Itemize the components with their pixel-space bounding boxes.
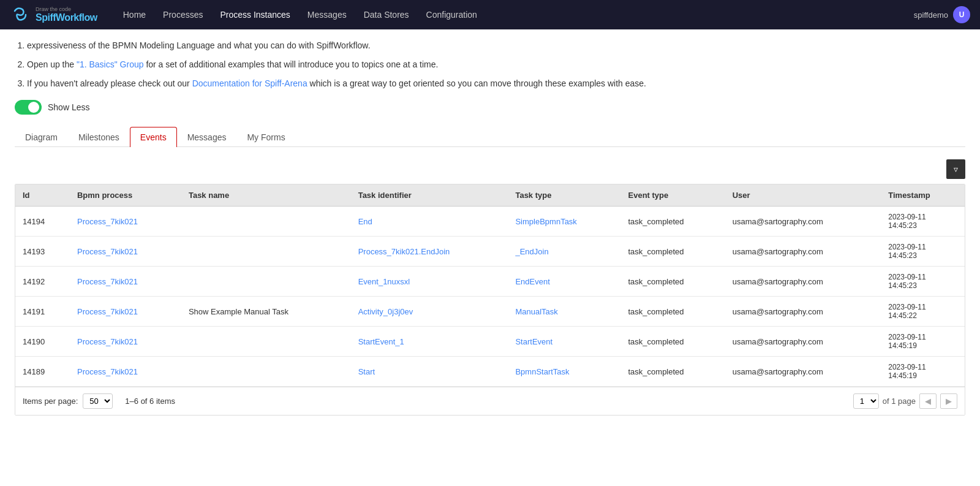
cell-timestamp[interactable]: 2023-09-11 14:45:23 (881, 267, 965, 297)
cell-id: 14194 (15, 207, 70, 237)
user-avatar[interactable]: U (953, 6, 970, 23)
cell-task-name (181, 237, 351, 267)
toggle-row: Show Less (15, 100, 965, 115)
cell-bpmn-process[interactable]: Process_7kik021 (70, 327, 181, 357)
nav-configuration[interactable]: Configuration (425, 7, 478, 22)
nav-right: spiffdemo U (914, 6, 970, 23)
cell-task-name (181, 267, 351, 297)
tab-messages[interactable]: Messages (177, 127, 237, 147)
filter-btn-container: ▿ (15, 159, 965, 179)
cell-timestamp[interactable]: 2023-09-11 14:45:22 (881, 297, 965, 327)
intro-list: expressiveness of the BPMN Modeling Lang… (15, 39, 965, 90)
cell-task-type[interactable]: _EndJoin (508, 237, 620, 267)
basics-group-link[interactable]: "1. Basics" Group (77, 59, 144, 69)
nav-messages[interactable]: Messages (306, 7, 348, 22)
cell-task-type[interactable]: EndEvent (508, 267, 620, 297)
col-task-name: Task name (181, 184, 351, 207)
cell-task-identifier[interactable]: Event_1nuxsxl (351, 267, 508, 297)
next-page-button[interactable]: ▶ (940, 393, 957, 409)
cell-timestamp[interactable]: 2023-09-11 14:45:19 (881, 327, 965, 357)
col-task-type: Task type (508, 184, 620, 207)
brand-name: SpiffWorkflow (36, 12, 97, 23)
col-timestamp: Timestamp (881, 184, 965, 207)
table-header: Id Bpmn process Task name Task identifie… (15, 184, 965, 207)
page-content: expressiveness of the BPMN Modeling Lang… (0, 29, 980, 425)
cell-task-name (181, 327, 351, 357)
intro-section: expressiveness of the BPMN Modeling Lang… (15, 39, 965, 90)
username: spiffdemo (914, 10, 948, 20)
cell-user: usama@sartography.com (725, 207, 881, 237)
cell-bpmn-process[interactable]: Process_7kik021 (70, 237, 181, 267)
filter-button[interactable]: ▿ (946, 159, 965, 179)
tab-diagram[interactable]: Diagram (15, 127, 68, 147)
items-per-page: Items per page: 50 25 10 (23, 393, 113, 409)
table-row: 14193Process_7kik021Process_7kik021.EndJ… (15, 237, 965, 267)
intro-item-3: If you haven't already please check out … (27, 77, 965, 90)
pagination-row: Items per page: 50 25 10 1–6 of 6 items … (15, 387, 965, 415)
items-count: 1–6 of 6 items (125, 397, 175, 406)
col-user: User (725, 184, 881, 207)
nav-process-instances[interactable]: Process Instances (219, 7, 291, 22)
table-row: 14191Process_7kik021Show Example Manual … (15, 297, 965, 327)
cell-id: 14192 (15, 267, 70, 297)
cell-timestamp[interactable]: 2023-09-11 14:45:19 (881, 357, 965, 387)
intro-item-2: Open up the "1. Basics" Group for a set … (27, 58, 965, 71)
cell-task-identifier[interactable]: Activity_0j3j0ev (351, 297, 508, 327)
tab-my-forms[interactable]: My Forms (236, 127, 295, 147)
nav-data-stores[interactable]: Data Stores (363, 7, 410, 22)
cell-user: usama@sartography.com (725, 237, 881, 267)
nav-links: Home Processes Process Instances Message… (122, 7, 478, 22)
cell-id: 14190 (15, 327, 70, 357)
cell-task-type[interactable]: ManualTask (508, 297, 620, 327)
cell-bpmn-process[interactable]: Process_7kik021 (70, 267, 181, 297)
prev-page-button[interactable]: ◀ (919, 393, 937, 409)
cell-task-identifier[interactable]: Process_7kik021.EndJoin (351, 237, 508, 267)
nav-home[interactable]: Home (122, 7, 147, 22)
cell-user: usama@sartography.com (725, 297, 881, 327)
navbar: Draw the code SpiffWorkflow Home Process… (0, 0, 980, 29)
col-task-identifier: Task identifier (351, 184, 508, 207)
cell-event-type: task_completed (621, 327, 725, 357)
cell-task-name (181, 357, 351, 387)
docs-link[interactable]: Documentation for Spiff-Arena (192, 78, 307, 88)
brand-text: Draw the code SpiffWorkflow (36, 6, 97, 23)
cell-bpmn-process[interactable]: Process_7kik021 (70, 207, 181, 237)
events-table-wrapper: Id Bpmn process Task name Task identifie… (15, 184, 965, 416)
page-number-select[interactable]: 1 (853, 393, 879, 409)
table-row: 14194Process_7kik021EndSimpleBpmnTasktas… (15, 207, 965, 237)
cell-user: usama@sartography.com (725, 327, 881, 357)
cell-task-identifier[interactable]: StartEvent_1 (351, 327, 508, 357)
cell-event-type: task_completed (621, 297, 725, 327)
events-table: Id Bpmn process Task name Task identifie… (15, 184, 965, 387)
table-row: 14190Process_7kik021StartEvent_1StartEve… (15, 327, 965, 357)
spiff-logo-icon (10, 4, 32, 26)
cell-task-name: Show Example Manual Task (181, 297, 351, 327)
tab-events[interactable]: Events (130, 127, 177, 147)
cell-bpmn-process[interactable]: Process_7kik021 (70, 297, 181, 327)
cell-task-type[interactable]: SimpleBpmnTask (508, 207, 620, 237)
cell-event-type: task_completed (621, 267, 725, 297)
cell-id: 14189 (15, 357, 70, 387)
tabs-row: Diagram Milestones Events Messages My Fo… (15, 127, 965, 147)
cell-user: usama@sartography.com (725, 357, 881, 387)
per-page-select[interactable]: 50 25 10 (83, 393, 113, 409)
draw-label: Draw the code (36, 6, 97, 12)
toggle-label: Show Less (48, 102, 89, 112)
table-body: 14194Process_7kik021EndSimpleBpmnTasktas… (15, 207, 965, 387)
cell-task-type[interactable]: StartEvent (508, 327, 620, 357)
cell-bpmn-process[interactable]: Process_7kik021 (70, 357, 181, 387)
cell-timestamp[interactable]: 2023-09-11 14:45:23 (881, 237, 965, 267)
tab-milestones[interactable]: Milestones (68, 127, 130, 147)
nav-processes[interactable]: Processes (162, 7, 204, 22)
cell-user: usama@sartography.com (725, 267, 881, 297)
cell-event-type: task_completed (621, 357, 725, 387)
cell-task-type[interactable]: BpmnStartTask (508, 357, 620, 387)
col-bpmn-process: Bpmn process (70, 184, 181, 207)
toggle-slider (15, 100, 42, 115)
cell-timestamp[interactable]: 2023-09-11 14:45:23 (881, 207, 965, 237)
header-row: Id Bpmn process Task name Task identifie… (15, 184, 965, 207)
items-per-page-label: Items per page: (23, 397, 78, 406)
show-less-toggle[interactable] (15, 100, 42, 115)
cell-task-identifier[interactable]: Start (351, 357, 508, 387)
cell-task-identifier[interactable]: End (351, 207, 508, 237)
